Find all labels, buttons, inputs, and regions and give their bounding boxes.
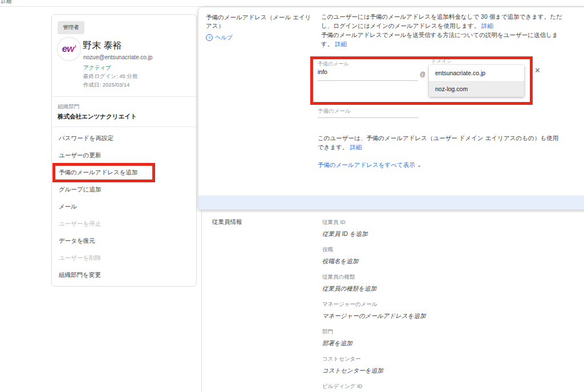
chevron-down-icon: ⌄ — [417, 162, 421, 168]
note-details-link[interactable]: 詳細 — [350, 144, 362, 150]
menu-item-email[interactable]: メール — [52, 198, 196, 215]
at-sign: @ — [420, 71, 425, 77]
empty-alias-underline — [318, 117, 419, 118]
company-logo-icon: ew’ — [62, 43, 76, 55]
domain-select-label: ドメイン — [431, 58, 452, 65]
page: 詳細 管理者 ew’ 野末 泰裕 nozue@entsunacriate.co.… — [0, 0, 584, 392]
org-unit-name: 株式会社エンツナクリエイト — [58, 113, 137, 121]
field-label: 部門 — [322, 328, 505, 336]
details-link-2[interactable]: 詳細 — [335, 40, 347, 47]
field-label: ビルディング ID — [322, 383, 505, 390]
domain-option-entsunacriate[interactable]: entsunacriate.co.jp — [429, 65, 524, 81]
employee-field-title: 役職 役職名を追加 — [322, 246, 505, 266]
alias-input-label: 予備のメール — [318, 60, 349, 68]
menu-item-suspend-user: ユーザーを停止 — [52, 215, 196, 232]
user-name: 野末 泰裕 — [83, 40, 121, 52]
close-icon[interactable]: ✕ — [534, 66, 541, 75]
show-all-aliases-link[interactable]: 予備のメールアドレスをすべて表示⌄ — [318, 161, 421, 169]
field-label: 従業員 ID — [322, 219, 505, 226]
employee-info-fields: 従業員 ID 従業員 ID を追加 役職 役職名を追加 従業員の種類 従業員の種… — [322, 219, 505, 392]
menu-item-add-to-groups[interactable]: グループに追加 — [52, 181, 196, 198]
menu-item-restore-data[interactable]: データを復元 — [52, 232, 196, 250]
employee-field-id: 従業員 ID 従業員 ID を追加 — [322, 219, 505, 238]
alternate-email-dialog: 予備のメールアドレス（メール エイリアス） ? ヘルプ このユーザーには予備のメ… — [198, 7, 584, 210]
menu-item-update-user[interactable]: ユーザーの更新 — [52, 147, 196, 164]
field-label: マネージャーのメール — [322, 301, 505, 308]
domain-dropdown: entsunacriate.co.jp noz-log.com — [429, 65, 524, 97]
field-label: コストセンター — [322, 356, 505, 363]
card-divider — [52, 96, 196, 97]
employee-field-department: 部門 部署を追加 — [322, 328, 505, 348]
employee-field-cost-center: コストセンター コストセンターを追加 — [322, 356, 505, 375]
menu-item-reset-password[interactable]: パスワードを再設定 — [52, 130, 196, 147]
user-card: 管理者 ew’ 野末 泰裕 nozue@entsunacriate.co.jp … — [51, 14, 197, 287]
dialog-description: このユーザーには予備のメールアドレスを追加料金なしで 30 個まで追加できます。… — [321, 12, 566, 48]
top-divider — [0, 6, 584, 7]
alias-input[interactable]: info — [318, 68, 327, 75]
avatar: ew’ — [58, 38, 80, 60]
field-add-link[interactable]: マネージャーのメールアドレスを追加 — [322, 312, 505, 320]
domain-option-noz-log[interactable]: noz-log.com — [429, 81, 524, 97]
dialog-footer — [198, 195, 584, 210]
last-login-text: 最終ログイン: 45 分前 — [83, 73, 137, 80]
help-link[interactable]: ? ヘルプ — [206, 34, 233, 42]
menu-item-add-alternate-email[interactable]: 予備のメールアドレスを追加 — [52, 164, 196, 181]
field-add-link[interactable]: 役職名を追加 — [322, 258, 505, 266]
org-unit-label: 組織部門 — [58, 103, 79, 111]
empty-alias-input[interactable]: 予備のメール — [318, 108, 351, 115]
card-divider — [52, 126, 196, 127]
show-all-label: 予備のメールアドレスをすべて表示 — [318, 161, 415, 168]
help-label: ヘルプ — [215, 34, 233, 42]
admin-badge: 管理者 — [58, 21, 84, 34]
dialog-title: 予備のメールアドレス（メール エイリアス） — [206, 13, 317, 30]
description-text-1: このユーザーには予備のメールアドレスを追加料金なしで 30 個まで追加できます。… — [321, 13, 562, 29]
user-email: nozue@entsunacriate.co.jp — [83, 54, 152, 60]
field-label: 従業員の種類 — [322, 273, 505, 281]
employee-field-type: 従業員の種類 従業員の種類を追加 — [322, 273, 505, 293]
details-link-1[interactable]: 詳細 — [481, 22, 493, 29]
menu-item-delete-user: ユーザーを削除 — [52, 250, 196, 267]
field-add-link[interactable]: 従業員の種類を追加 — [322, 285, 505, 293]
status-badge: アクティブ — [83, 64, 111, 72]
section-divider — [201, 211, 202, 392]
employee-field-manager-email: マネージャーのメール マネージャーのメールアドレスを追加 — [322, 301, 505, 320]
field-add-link[interactable]: 従業員 ID を追加 — [322, 230, 505, 238]
field-label: 役職 — [322, 246, 505, 254]
menu-item-change-org-unit[interactable]: 組織部門を変更 — [52, 267, 196, 284]
field-add-link[interactable]: コストセンターを追加 — [322, 367, 505, 375]
field-add-link[interactable]: 部署を追加 — [322, 340, 505, 348]
page-top-label: 詳細 — [1, 0, 11, 5]
help-icon: ? — [206, 34, 213, 41]
description-text-2: 予備のメールアドレスでメールを送受信する方法についての説明をユーザーに送信します… — [321, 31, 558, 47]
employee-info-title: 従業員情報 — [212, 218, 242, 226]
created-date-text: 作成日: 2025/03/14 — [83, 81, 129, 89]
alias-input-underline — [318, 80, 418, 81]
employee-field-building-id: ビルディング ID ビルディング ID を追加 — [322, 383, 505, 392]
alias-note: このユーザーは、予備のメールアドレス（ユーザー ドメイン エイリアスのもの）も使… — [318, 133, 558, 152]
user-action-menu: パスワードを再設定 ユーザーの更新 予備のメールアドレスを追加 グループに追加 … — [52, 130, 196, 284]
